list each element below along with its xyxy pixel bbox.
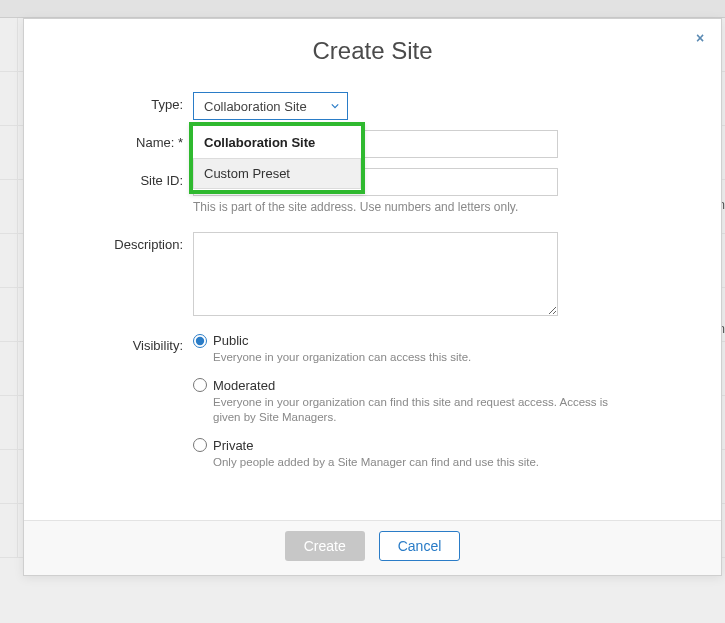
dialog-footer: Create Cancel	[24, 520, 721, 575]
field-site-id: Site ID: This is part of the site addres…	[70, 168, 675, 214]
visibility-desc-private: Only people added by a Site Manager can …	[213, 455, 633, 471]
visibility-desc-public: Everyone in your organization can access…	[213, 350, 633, 366]
label-visibility: Visibility:	[70, 333, 193, 353]
visibility-option-public: Public Everyone in your organization can…	[193, 333, 675, 366]
visibility-label-moderated: Moderated	[213, 378, 275, 393]
visibility-option-private: Private Only people added by a Site Mana…	[193, 438, 675, 471]
type-dropdown-menu: Collaboration Site Custom Preset	[189, 122, 365, 194]
field-name: Name: *	[70, 130, 675, 158]
description-textarea[interactable]	[193, 232, 558, 316]
visibility-label-private: Private	[213, 438, 253, 453]
visibility-desc-moderated: Everyone in your organization can find t…	[213, 395, 633, 426]
create-button[interactable]: Create	[285, 531, 365, 561]
cancel-button[interactable]: Cancel	[379, 531, 461, 561]
type-option-custom-preset[interactable]: Custom Preset	[193, 158, 361, 189]
radio-private[interactable]	[193, 438, 207, 452]
type-dropdown-value: Collaboration Site	[204, 99, 307, 114]
field-type: Type: Collaboration Site Collaboration S…	[70, 92, 675, 120]
create-site-dialog: Create Site × Type: Collaboration Site C…	[23, 18, 722, 576]
label-site-id: Site ID:	[70, 168, 193, 188]
label-description: Description:	[70, 232, 193, 252]
dialog-header: Create Site ×	[24, 19, 721, 92]
visibility-option-moderated: Moderated Everyone in your organization …	[193, 378, 675, 426]
label-name: Name: *	[70, 130, 193, 150]
field-visibility: Visibility: Public Everyone in your orga…	[70, 333, 675, 470]
type-dropdown[interactable]: Collaboration Site	[193, 92, 348, 120]
visibility-label-public: Public	[213, 333, 248, 348]
label-type: Type:	[70, 92, 193, 112]
site-id-helper-text: This is part of the site address. Use nu…	[193, 200, 675, 214]
chevron-down-icon	[331, 102, 339, 110]
close-icon[interactable]: ×	[691, 29, 709, 47]
field-description: Description:	[70, 232, 675, 319]
radio-public[interactable]	[193, 334, 207, 348]
dialog-body: Type: Collaboration Site Collaboration S…	[24, 92, 721, 520]
type-option-collaboration-site[interactable]: Collaboration Site	[193, 127, 361, 158]
dialog-title: Create Site	[24, 37, 721, 65]
radio-moderated[interactable]	[193, 378, 207, 392]
